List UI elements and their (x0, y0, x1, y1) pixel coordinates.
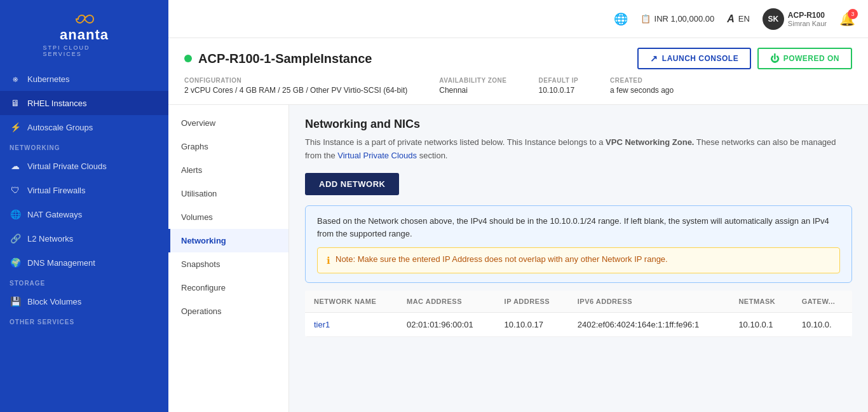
sidebar-item-nat-gateways[interactable]: 🌐 NAT Gateways (0, 202, 168, 226)
network-name-link[interactable]: tier1 (314, 320, 330, 329)
firewall-icon: 🛡 (10, 184, 21, 196)
cell-netmask: 10.10.0.1 (729, 313, 792, 337)
col-netmask: NETMASK (729, 291, 792, 313)
meta-default-ip: DEFAULT IP 10.10.0.17 (539, 77, 579, 95)
desc-part1: This Instance is a part of private netwo… (305, 137, 606, 147)
network-table: NETWORK NAME MAC ADDRESS IP ADDRESS IPv6… (305, 291, 852, 337)
sidebar-item-l2-networks[interactable]: 🔗 L2 Networks (0, 226, 168, 251)
sidebar-item-rhel-instances[interactable]: 🖥 RHEL Instances (0, 91, 168, 115)
currency-item[interactable]: 📋 INR 1,00,000.00 (641, 14, 715, 24)
warning-text: Note: Make sure the entered IP Address d… (336, 254, 668, 264)
powered-on-button[interactable]: ⏻ POWERED ON (757, 48, 852, 69)
ip-label: DEFAULT IP (539, 77, 579, 84)
language-item[interactable]: A EN (727, 13, 750, 25)
col-network-name: NETWORK NAME (305, 291, 398, 313)
globe-item[interactable]: 🌐 (614, 12, 628, 26)
info-box-text: Based on the Network chosen above, the I… (317, 215, 840, 242)
vpc-link[interactable]: Virtual Private Clouds (337, 151, 417, 160)
header-actions: ↗ LAUNCH CONSOLE ⏻ POWERED ON (637, 48, 852, 69)
sidebar-item-virtual-private-clouds[interactable]: ☁ Virtual Private Clouds (0, 154, 168, 178)
status-indicator (184, 55, 192, 62)
sidebar-item-kubernetes[interactable]: ⎈ Kubernetes (0, 67, 168, 91)
cell-ip: 10.10.0.17 (496, 313, 569, 337)
sidebar-item-label: Autoscale Groups (27, 123, 93, 132)
nav-item-overview[interactable]: Overview (168, 111, 288, 135)
nav-item-utilisation[interactable]: Utilisation (168, 182, 288, 205)
desc-bold: VPC Networking Zone. (606, 137, 694, 147)
topbar: 🌐 📋 INR 1,00,000.00 A EN SK ACP-R100 Sim… (168, 0, 868, 38)
instance-name: ACP-R100-1-SampleInstance (198, 52, 372, 66)
meta-availability-zone: AVAILABILITY ZONE Chennai (439, 77, 506, 95)
nav-item-operations[interactable]: Operations (168, 299, 288, 323)
instance-header: ACP-R100-1-SampleInstance ↗ LAUNCH CONSO… (168, 38, 868, 105)
brand-name: ananta (60, 27, 109, 43)
desc-part3: section. (417, 151, 447, 160)
nav-item-reconfigure[interactable]: Reconfigure (168, 276, 288, 299)
notification-bell[interactable]: 🔔 3 (839, 11, 855, 27)
created-value: a few seconds ago (610, 86, 674, 95)
page-body: Overview Graphs Alerts Utilisation Volum… (168, 105, 868, 412)
created-label: CREATED (610, 77, 674, 84)
user-item[interactable]: SK ACP-R100 Simran Kaur (763, 8, 827, 30)
warning-box: ℹ Note: Make sure the entered IP Address… (317, 247, 840, 273)
col-gateway: GATEW... (793, 291, 852, 313)
warning-icon: ℹ (327, 255, 330, 266)
sidebar-item-label: Virtual Firewalls (27, 186, 86, 195)
main-content: 🌐 📋 INR 1,00,000.00 A EN SK ACP-R100 Sim… (168, 0, 868, 412)
cell-ipv6: 2402:ef06:4024:164e:1:1ff:fe96:1 (569, 313, 730, 337)
powered-label: POWERED ON (783, 54, 839, 63)
other-services-section-label: OTHER SERVICES (0, 313, 168, 328)
autoscale-icon: ⚡ (10, 121, 21, 133)
launch-icon: ↗ (650, 53, 658, 64)
launch-label: LAUNCH CONSOLE (662, 54, 738, 63)
sidebar-item-label: Kubernetes (27, 74, 70, 84)
networking-section-label: NETWORKING (0, 139, 168, 154)
sidebar-item-block-volumes[interactable]: 💾 Block Volumes (0, 289, 168, 313)
user-info: ACP-R100 Simran Kaur (788, 11, 827, 27)
meta-created: CREATED a few seconds ago (610, 77, 674, 95)
add-network-button[interactable]: ADD NETWORK (305, 173, 399, 195)
config-label: CONFIGURATION (184, 77, 407, 84)
launch-console-button[interactable]: ↗ LAUNCH CONSOLE (637, 48, 751, 69)
currency-value: INR 1,00,000.00 (654, 14, 715, 24)
nav-item-graphs[interactable]: Graphs (168, 135, 288, 158)
az-value: Chennai (439, 86, 506, 95)
az-label: AVAILABILITY ZONE (439, 77, 506, 84)
notification-count: 3 (848, 9, 858, 19)
sidebar-item-label: L2 Networks (27, 234, 73, 244)
nav-item-networking[interactable]: Networking (168, 229, 288, 252)
sidebar-item-dns-management[interactable]: 🌍 DNS Management (0, 251, 168, 275)
nav-item-alerts[interactable]: Alerts (168, 158, 288, 182)
config-value: 2 vCPU Cores / 4 GB RAM / 25 GB / Other … (184, 86, 407, 95)
sidebar-item-label: DNS Management (27, 258, 95, 268)
cell-gateway: 10.10.0. (793, 313, 852, 337)
page-content-area: ACP-R100-1-SampleInstance ↗ LAUNCH CONSO… (168, 38, 868, 412)
ip-value: 10.10.0.17 (539, 86, 579, 95)
currency-icon: 📋 (641, 14, 651, 24)
nav-item-snapshots[interactable]: Snapshots (168, 252, 288, 276)
sidebar-item-virtual-firewalls[interactable]: 🛡 Virtual Firewalls (0, 178, 168, 202)
col-ipv6-address: IPv6 ADDRESS (569, 291, 730, 313)
instance-title-row: ACP-R100-1-SampleInstance (184, 52, 372, 66)
col-mac-address: MAC ADDRESS (398, 291, 496, 313)
nav-item-volumes[interactable]: Volumes (168, 205, 288, 229)
instance-meta: CONFIGURATION 2 vCPU Cores / 4 GB RAM / … (184, 77, 852, 95)
sidebar-item-autoscale-groups[interactable]: ⚡ Autoscale Groups (0, 115, 168, 139)
vpc-icon: ☁ (10, 160, 21, 172)
rhel-instances-icon: 🖥 (10, 97, 21, 109)
sidebar-item-label: Block Volumes (27, 297, 81, 306)
dns-icon: 🌍 (10, 257, 21, 268)
avatar: SK (763, 8, 784, 30)
brand-subtext: STPI CLOUD SERVICES (43, 45, 126, 57)
language-label: EN (738, 14, 750, 24)
l2-icon: 🔗 (10, 233, 21, 244)
logo-infinity-icon (59, 13, 110, 25)
info-box: Based on the Network chosen above, the I… (305, 205, 852, 284)
section-description: This Instance is a part of private netwo… (305, 136, 852, 163)
table-row: tier1 02:01:01:96:00:01 10.10.0.17 2402:… (305, 313, 852, 337)
section-title: Networking and NICs (305, 118, 852, 131)
networking-content: Networking and NICs This Instance is a p… (289, 105, 868, 412)
translate-icon: A (727, 13, 735, 25)
logo-container: ananta STPI CLOUD SERVICES (0, 0, 168, 67)
sidebar-item-label: RHEL Instances (27, 99, 86, 108)
